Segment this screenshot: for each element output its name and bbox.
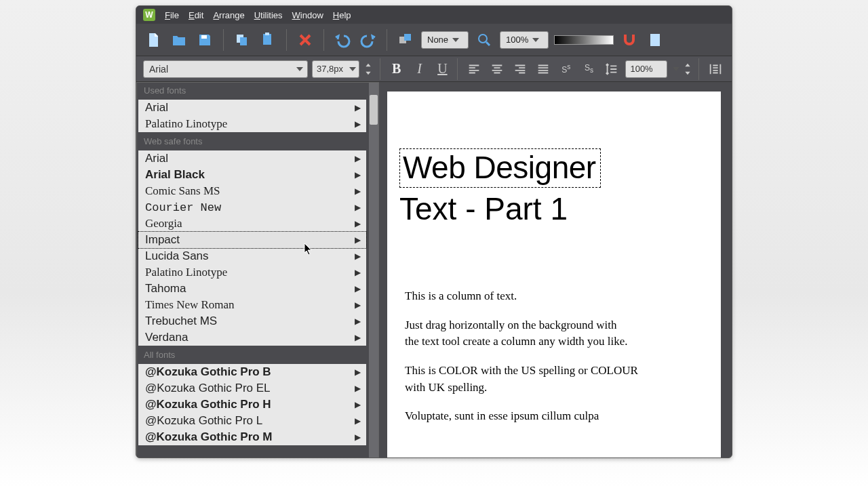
font-option[interactable]: Comic Sans MS▶: [138, 183, 366, 199]
chevron-right-icon: ▶: [355, 416, 361, 426]
zoom-combo[interactable]: 100%: [500, 31, 549, 49]
font-option[interactable]: Trebuchet MS▶: [138, 313, 366, 329]
font-option[interactable]: Palatino Linotype▶: [138, 116, 366, 132]
svg-point-7: [479, 35, 487, 43]
font-option[interactable]: Verdana▶: [138, 329, 366, 346]
chevron-right-icon: ▶: [355, 235, 361, 245]
font-option[interactable]: @Kozuka Gothic Pro H▶: [138, 396, 366, 413]
size-stepper-icon[interactable]: [363, 60, 373, 79]
align-justify-icon[interactable]: [534, 60, 553, 79]
font-section-header: Web safe fonts: [137, 134, 378, 149]
font-option[interactable]: @Kozuka Gothic Pro B▶: [138, 364, 366, 380]
font-option-label: Tahoma: [145, 282, 186, 296]
chevron-right-icon: ▶: [355, 284, 361, 293]
font-option-label: Verdana: [145, 331, 188, 344]
chevron-right-icon: ▶: [355, 186, 361, 196]
font-value: Arial: [149, 64, 168, 75]
tracking-icon[interactable]: [706, 60, 725, 79]
delete-icon[interactable]: [295, 30, 315, 50]
body-paragraph: Voluptate, sunt in esse ipsum cillum cul…: [405, 408, 656, 425]
cursor-icon: [304, 243, 313, 256]
font-section-header: Used fonts: [137, 83, 378, 98]
font-option[interactable]: Palatino Linotype▶: [138, 264, 366, 281]
line-spacing-icon[interactable]: [603, 60, 622, 79]
font-option-label: Impact: [145, 233, 180, 247]
font-option[interactable]: Lucida Sans▶: [138, 248, 366, 264]
menubar: W File Edit Arrange Utilities Window Hel…: [136, 6, 732, 24]
body-paragraph: Just drag horizontally on the background…: [405, 317, 656, 350]
redo-icon[interactable]: [358, 30, 378, 50]
text-toolbar: Arial 37,8px B I U Ss Ss 100%: [136, 56, 732, 82]
snap-combo[interactable]: None: [421, 31, 469, 49]
font-section-header: All fonts: [137, 347, 378, 363]
line-spacing-combo[interactable]: 100%: [625, 60, 667, 78]
menu-file[interactable]: File: [165, 10, 179, 20]
align-left-icon[interactable]: [465, 60, 484, 79]
zoom-tool-icon[interactable]: [474, 30, 494, 50]
paste-icon[interactable]: [258, 30, 278, 50]
menu-edit[interactable]: Edit: [189, 10, 203, 20]
font-option[interactable]: Impact▶: [138, 232, 366, 248]
menu-utilities[interactable]: Utilities: [254, 10, 283, 20]
copy-icon[interactable]: [232, 30, 252, 50]
undo-icon[interactable]: [332, 30, 353, 50]
open-folder-icon[interactable]: [169, 30, 189, 50]
font-option[interactable]: @Kozuka Gothic Pro M▶: [138, 429, 366, 445]
font-option[interactable]: Georgia▶: [138, 216, 366, 232]
chevron-right-icon: ▶: [355, 103, 361, 113]
font-size-combo[interactable]: 37,8px: [312, 60, 359, 78]
italic-button[interactable]: I: [410, 60, 429, 79]
save-icon[interactable]: [195, 30, 215, 50]
bold-button[interactable]: B: [387, 60, 406, 79]
chevron-right-icon: ▶: [355, 367, 361, 377]
chevron-right-icon: ▶: [355, 268, 361, 277]
font-option[interactable]: Times New Roman▶: [138, 297, 366, 313]
font-option[interactable]: @Kozuka Gothic Pro EL▶: [138, 380, 366, 396]
line-spacing-value: 100%: [630, 64, 652, 74]
scrollbar-thumb[interactable]: [370, 95, 378, 125]
zoom-value: 100%: [506, 35, 528, 45]
chevron-right-icon: ▶: [355, 119, 361, 129]
chevron-right-icon: ▶: [355, 333, 361, 342]
align-right-icon[interactable]: [511, 60, 530, 79]
content-area: Used fontsArial▶Palatino Linotype▶Web sa…: [136, 82, 732, 458]
document-canvas[interactable]: Web Designer Text - Part 1 This is a col…: [387, 92, 721, 458]
menu-window[interactable]: Window: [292, 10, 323, 20]
align-center-icon[interactable]: [488, 60, 507, 79]
chevron-down-icon: [452, 38, 459, 42]
menu-help[interactable]: Help: [333, 10, 351, 20]
body-text-column[interactable]: This is a column of text. Just drag hori…: [405, 288, 656, 437]
menu-arrange[interactable]: Arrange: [213, 10, 244, 20]
font-family-combo[interactable]: Arial: [143, 60, 308, 78]
svg-rect-8: [650, 34, 660, 46]
chevron-right-icon: ▶: [355, 154, 361, 163]
font-option[interactable]: Tahoma▶: [138, 281, 366, 297]
body-paragraph: This is COLOR with the US spelling or CO…: [405, 363, 656, 396]
font-option[interactable]: @Kozuka Gothic Pro L▶: [138, 413, 366, 429]
page-icon[interactable]: [645, 30, 665, 50]
font-option-label: Trebuchet MS: [145, 314, 217, 328]
subscript-icon[interactable]: Ss: [580, 60, 599, 79]
group-icon[interactable]: [395, 30, 416, 50]
chevron-down-icon: [673, 67, 679, 71]
font-option[interactable]: Arial Black▶: [138, 167, 366, 183]
superscript-icon[interactable]: Ss: [557, 60, 576, 79]
font-option[interactable]: Courier New▶: [138, 199, 366, 216]
font-option[interactable]: Arial▶: [138, 100, 366, 116]
magnet-icon[interactable]: [619, 30, 639, 50]
chevron-down-icon: [532, 38, 539, 42]
dropdown-scrollbar[interactable]: [369, 83, 378, 458]
font-option-label: @Kozuka Gothic Pro M: [145, 430, 273, 444]
svg-rect-6: [404, 34, 411, 41]
font-option-label: Times New Roman: [145, 298, 235, 312]
headline-text[interactable]: Web Designer: [399, 148, 601, 188]
font-option[interactable]: Arial▶: [138, 150, 366, 167]
quality-slider[interactable]: [554, 35, 614, 45]
underline-button[interactable]: U: [433, 60, 452, 79]
font-option-label: Arial Black: [145, 168, 205, 182]
spacing-stepper-icon[interactable]: [684, 60, 692, 79]
font-option-label: @Kozuka Gothic Pro EL: [145, 382, 271, 395]
font-option-label: Georgia: [145, 217, 182, 230]
new-file-icon[interactable]: [143, 30, 163, 50]
subheading-text[interactable]: Text - Part 1: [399, 190, 568, 227]
